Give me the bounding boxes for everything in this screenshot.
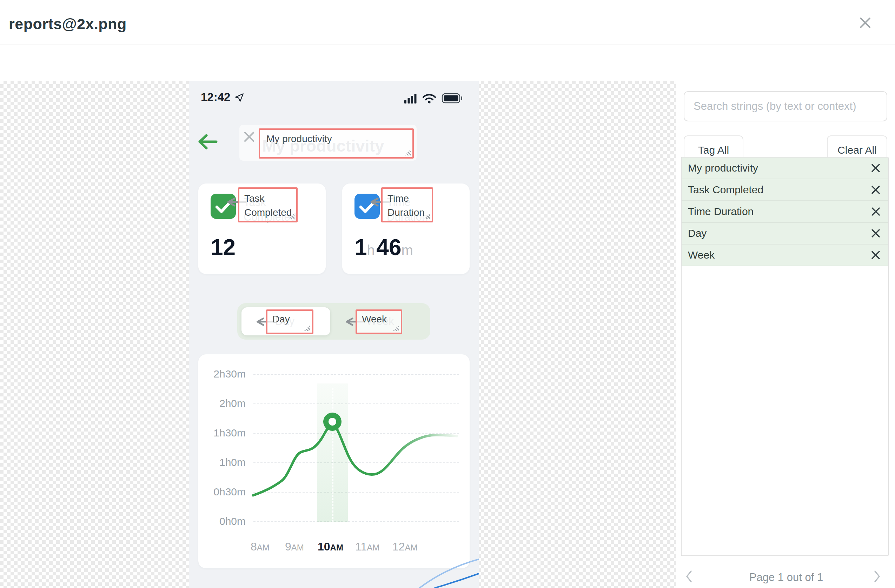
- wifi-icon: [422, 92, 437, 104]
- annotation-box-time[interactable]: Time Duration: [381, 187, 433, 223]
- string-text: Week: [688, 249, 714, 261]
- signal-bars-icon: [404, 92, 417, 104]
- resize-handle-icon[interactable]: [304, 325, 310, 331]
- remove-string-icon[interactable]: [871, 250, 881, 260]
- x-tick-selected: 10AM: [318, 540, 343, 553]
- file-title: reports@2x.png: [9, 15, 127, 33]
- annotation-label-title: My productivity: [266, 133, 332, 144]
- string-row[interactable]: Week: [682, 244, 888, 266]
- string-row[interactable]: Day: [682, 223, 888, 244]
- location-arrow-icon: [234, 92, 244, 102]
- back-arrow-icon: [195, 133, 218, 150]
- annotation-label-time: Time Duration: [387, 192, 425, 220]
- next-section-curves: [404, 554, 479, 588]
- prev-page-icon[interactable]: [685, 570, 693, 583]
- toolbar: Filter strings: /productivity.csv String…: [0, 45, 895, 81]
- y-tick: 0h0m: [207, 515, 246, 527]
- string-row[interactable]: Task Completed: [682, 179, 888, 201]
- strings-list-panel: My productivity Task Completed Time Dura…: [681, 157, 889, 556]
- time-duration-value: 1h 46m: [355, 234, 413, 260]
- remove-string-icon[interactable]: [871, 206, 881, 217]
- annotation-box-day[interactable]: Day: [266, 309, 313, 334]
- string-row[interactable]: My productivity: [682, 158, 888, 179]
- resize-handle-icon[interactable]: [393, 325, 399, 331]
- string-text: Task Completed: [688, 184, 763, 196]
- y-tick: 2h30m: [207, 368, 246, 380]
- resize-handle-icon[interactable]: [405, 150, 411, 155]
- remove-annotation-icon[interactable]: [243, 130, 255, 143]
- resize-handle-icon[interactable]: [424, 213, 430, 219]
- string-row[interactable]: Time Duration: [682, 201, 888, 223]
- pagination-text: Page 1 out of 1: [723, 571, 849, 584]
- annotation-box-week[interactable]: Week: [355, 309, 402, 334]
- annotation-box-task[interactable]: Task Completed: [238, 187, 297, 223]
- battery-icon: [441, 92, 463, 104]
- remove-string-icon[interactable]: [871, 185, 881, 195]
- string-text: Time Duration: [688, 206, 754, 218]
- task-completed-value: 12: [211, 234, 235, 260]
- annotation-box-title[interactable]: My productivity: [259, 129, 414, 159]
- annotation-label-day: Day: [272, 314, 290, 325]
- next-page-icon[interactable]: [873, 570, 881, 583]
- remove-string-icon[interactable]: [871, 228, 881, 239]
- modal-header: reports@2x.png: [0, 0, 895, 45]
- y-tick: 1h30m: [207, 427, 246, 439]
- status-time: 12:42: [201, 91, 230, 104]
- y-tick: 1h0m: [207, 456, 246, 468]
- chart-line: [246, 365, 470, 561]
- string-tagging-editor: reports@2x.png: [0, 0, 895, 588]
- y-tick: 2h0m: [207, 397, 246, 409]
- string-text: Day: [688, 227, 707, 239]
- search-input[interactable]: [684, 91, 887, 121]
- close-icon[interactable]: [858, 15, 872, 30]
- x-tick: 9AM: [285, 540, 304, 553]
- annotation-label-task: Task Completed: [244, 192, 292, 220]
- x-tick: 8AM: [250, 540, 270, 553]
- x-tick: 11AM: [355, 540, 379, 553]
- string-text: My productivity: [688, 162, 758, 174]
- y-tick: 0h30m: [207, 486, 246, 498]
- annotation-label-week: Week: [362, 314, 387, 325]
- remove-string-icon[interactable]: [871, 163, 881, 173]
- x-tick: 12AM: [392, 540, 418, 553]
